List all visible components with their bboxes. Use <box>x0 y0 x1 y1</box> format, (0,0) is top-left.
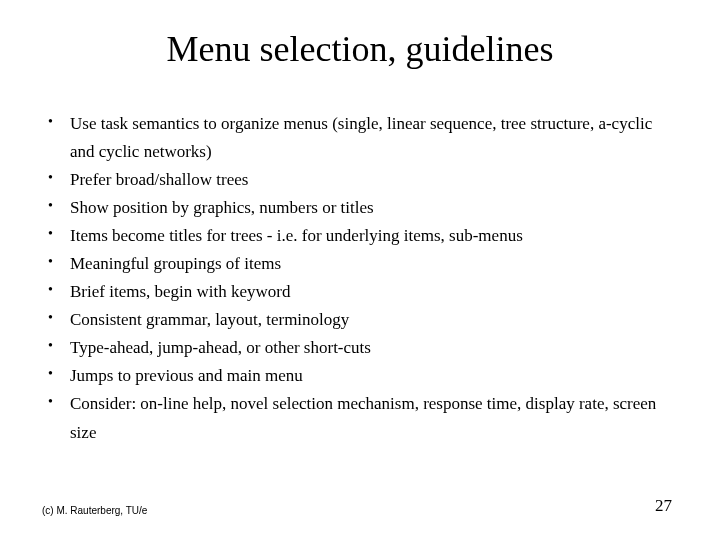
list-item-text: Jumps to previous and main menu <box>70 362 680 390</box>
list-item: • Show position by graphics, numbers or … <box>42 194 680 222</box>
bullet-icon: • <box>42 390 70 413</box>
list-item: • Meaningful groupings of items <box>42 250 680 278</box>
list-item-text: Items become titles for trees - i.e. for… <box>70 222 680 250</box>
list-item-text: Show position by graphics, numbers or ti… <box>70 194 680 222</box>
list-item-text: Use task semantics to organize menus (si… <box>70 110 680 166</box>
copyright-text: (c) M. Rauterberg, TU/e <box>42 505 147 516</box>
bullet-icon: • <box>42 278 70 301</box>
list-item-text: Meaningful groupings of items <box>70 250 680 278</box>
list-item-text: Type-ahead, jump-ahead, or other short-c… <box>70 334 680 362</box>
bullet-icon: • <box>42 334 70 357</box>
bullet-icon: • <box>42 166 70 189</box>
list-item: • Prefer broad/shallow trees <box>42 166 680 194</box>
footer: (c) M. Rauterberg, TU/e 27 <box>0 496 720 516</box>
page-number: 27 <box>655 496 672 516</box>
list-item: • Brief items, begin with keyword <box>42 278 680 306</box>
bullet-icon: • <box>42 250 70 273</box>
list-item-text: Consider: on-line help, novel selection … <box>70 390 680 446</box>
bullet-icon: • <box>42 194 70 217</box>
list-item-text: Prefer broad/shallow trees <box>70 166 680 194</box>
list-item-text: Brief items, begin with keyword <box>70 278 680 306</box>
list-item: • Consistent grammar, layout, terminolog… <box>42 306 680 334</box>
list-item: • Use task semantics to organize menus (… <box>42 110 680 166</box>
list-item-text: Consistent grammar, layout, terminology <box>70 306 680 334</box>
list-item: • Type-ahead, jump-ahead, or other short… <box>42 334 680 362</box>
bullet-icon: • <box>42 110 70 133</box>
bullet-list: • Use task semantics to organize menus (… <box>42 110 680 447</box>
list-item: • Consider: on-line help, novel selectio… <box>42 390 680 446</box>
list-item: • Jumps to previous and main menu <box>42 362 680 390</box>
list-item: • Items become titles for trees - i.e. f… <box>42 222 680 250</box>
bullet-icon: • <box>42 306 70 329</box>
bullet-icon: • <box>42 222 70 245</box>
page-title: Menu selection, guidelines <box>0 28 720 70</box>
bullet-icon: • <box>42 362 70 385</box>
content-area: • Use task semantics to organize menus (… <box>0 110 720 447</box>
